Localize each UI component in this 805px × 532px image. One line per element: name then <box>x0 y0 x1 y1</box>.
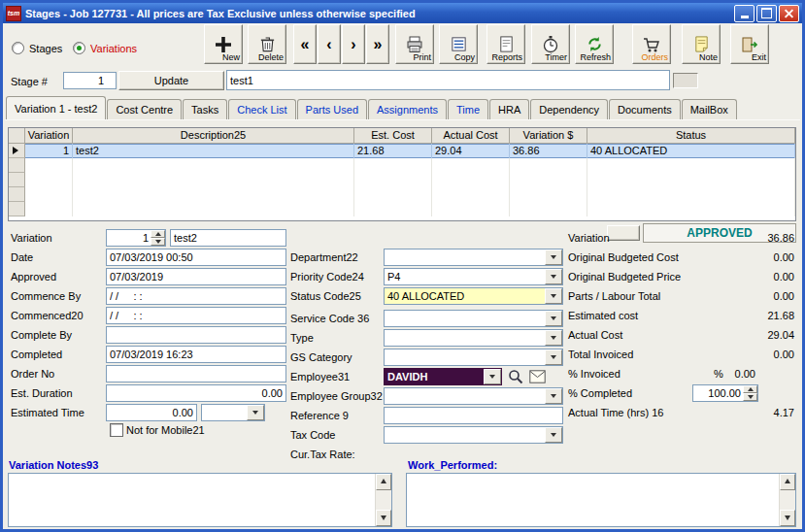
radio-stages[interactable]: Stages <box>12 42 62 54</box>
nav-next-button[interactable]: › <box>342 24 365 64</box>
estimated-time-input[interactable] <box>106 404 197 421</box>
tab-tasks[interactable]: Tasks <box>183 99 227 120</box>
radio-variations[interactable]: Variations <box>73 42 137 54</box>
dropdown-arrow-icon[interactable] <box>247 405 264 420</box>
grid-row-empty[interactable] <box>9 173 795 187</box>
note-button[interactable]: Note <box>682 24 721 64</box>
pct-completed-spinner[interactable]: 100.00 <box>692 384 758 402</box>
spin-up-icon[interactable] <box>151 230 165 238</box>
approved-date-input[interactable] <box>106 268 286 285</box>
employee-email-button[interactable] <box>528 368 546 385</box>
orders-button[interactable]: Orders <box>632 24 671 64</box>
employee-group-combo[interactable] <box>384 387 563 405</box>
tab-mailbox[interactable]: MailBox <box>682 99 737 120</box>
scroll-down-icon[interactable] <box>780 510 795 526</box>
grid-row-empty[interactable] <box>9 158 795 173</box>
date-input[interactable] <box>106 249 286 266</box>
tab-parts-used[interactable]: Parts Used <box>297 99 367 120</box>
nav-prev-button[interactable]: ‹ <box>318 24 341 64</box>
variation-notes-scrollbar[interactable] <box>375 474 391 526</box>
scroll-down-icon[interactable] <box>376 510 391 526</box>
service-code-combo[interactable] <box>384 310 563 327</box>
spin-down-icon[interactable] <box>151 238 165 246</box>
row-selector-cell[interactable] <box>9 202 25 216</box>
radio-stages-icon <box>12 42 24 54</box>
print-button[interactable]: Print <box>395 24 434 64</box>
gs-category-combo[interactable] <box>384 349 563 366</box>
stage-name-input[interactable] <box>226 70 670 90</box>
dropdown-arrow-icon[interactable] <box>484 369 501 384</box>
update-button[interactable]: Update <box>118 71 224 90</box>
scroll-up-icon[interactable] <box>780 474 795 490</box>
dropdown-arrow-icon[interactable] <box>545 427 562 443</box>
copy-button[interactable]: Copy <box>439 24 478 64</box>
employee-search-button[interactable] <box>507 368 524 385</box>
note-button-label: Note <box>699 53 718 62</box>
tax-code-combo[interactable] <box>384 426 563 444</box>
work-performed-textarea[interactable] <box>406 473 796 527</box>
complete-by-input[interactable] <box>106 326 286 344</box>
estimated-time-unit-combo[interactable] <box>201 404 265 421</box>
commenced-input[interactable] <box>106 307 286 324</box>
estimated-cost-label: Estimated cost <box>568 310 638 322</box>
tab-dependency[interactable]: Dependency <box>530 99 608 120</box>
tab-assignments[interactable]: Assignments <box>368 99 447 120</box>
grid-row-selected[interactable]: 1 test2 21.68 29.04 36.86 40 ALLOCATED <box>9 144 795 158</box>
variation-name-input[interactable] <box>170 229 286 247</box>
reference-input[interactable] <box>384 407 563 424</box>
type-combo[interactable] <box>384 329 563 347</box>
est-duration-input[interactable] <box>106 384 286 402</box>
not-for-mobile-checkbox[interactable] <box>110 423 123 437</box>
commence-by-input[interactable] <box>106 287 286 305</box>
spin-down-icon[interactable] <box>743 393 757 401</box>
stage-number-input[interactable] <box>63 72 117 89</box>
work-performed-scrollbar[interactable] <box>779 474 795 526</box>
dropdown-arrow-icon[interactable] <box>545 249 562 265</box>
window-title: Stages - Job 127731 - All prices are Tax… <box>25 8 730 19</box>
dropdown-arrow-icon[interactable] <box>545 388 562 404</box>
cell-empty <box>354 158 432 173</box>
grid-row-empty[interactable] <box>9 202 795 216</box>
minimize-button[interactable] <box>734 5 755 22</box>
spin-up-icon[interactable] <box>743 385 757 393</box>
priority-code-combo[interactable]: P4 <box>384 268 563 285</box>
maximize-button[interactable] <box>756 5 777 22</box>
scroll-up-icon[interactable] <box>376 474 391 490</box>
new-button[interactable]: New <box>204 24 243 64</box>
grid-row-empty[interactable] <box>9 187 795 202</box>
timer-button[interactable]: Timer <box>531 24 570 64</box>
reports-button[interactable]: Reports <box>486 24 525 64</box>
tab-time[interactable]: Time <box>448 99 488 120</box>
variation-notes-textarea[interactable] <box>8 473 392 527</box>
row-selector-cell[interactable] <box>9 173 25 187</box>
tax-code-label: Tax Code <box>290 429 335 442</box>
row-selector-cell[interactable] <box>9 144 25 158</box>
exit-button[interactable]: Exit <box>730 24 769 64</box>
row-selector-cell[interactable] <box>9 187 25 202</box>
nav-first-button[interactable]: « <box>293 24 317 64</box>
status-code-combo[interactable]: 40 ALLOCATED <box>384 287 563 305</box>
delete-button[interactable]: Delete <box>248 24 286 64</box>
dropdown-arrow-icon[interactable] <box>545 311 562 326</box>
dropdown-arrow-icon[interactable] <box>545 269 562 284</box>
employee-combo[interactable]: DAVIDH <box>384 368 502 385</box>
type-label: Type <box>290 332 314 345</box>
nav-last-button[interactable]: » <box>366 24 389 64</box>
status-mini-button[interactable] <box>607 225 640 241</box>
department-combo[interactable] <box>384 249 563 266</box>
tab-variation[interactable]: Variation 1 - test2 <box>6 96 106 120</box>
commence-by-label: Commence By <box>11 290 81 303</box>
completed-input[interactable] <box>106 346 286 363</box>
tab-documents[interactable]: Documents <box>609 99 681 120</box>
dropdown-arrow-icon[interactable] <box>545 349 562 365</box>
variation-number-spinner[interactable]: 1 <box>106 229 166 247</box>
order-no-input[interactable] <box>106 365 286 382</box>
dropdown-arrow-icon[interactable] <box>545 288 562 304</box>
tab-hra[interactable]: HRA <box>489 99 529 120</box>
row-selector-cell[interactable] <box>9 158 25 173</box>
tab-check-list[interactable]: Check List <box>228 99 295 120</box>
dropdown-arrow-icon[interactable] <box>545 330 562 346</box>
tab-cost-centre[interactable]: Cost Centre <box>107 99 182 120</box>
close-button[interactable] <box>779 5 799 22</box>
refresh-button[interactable]: Refresh <box>575 24 614 64</box>
